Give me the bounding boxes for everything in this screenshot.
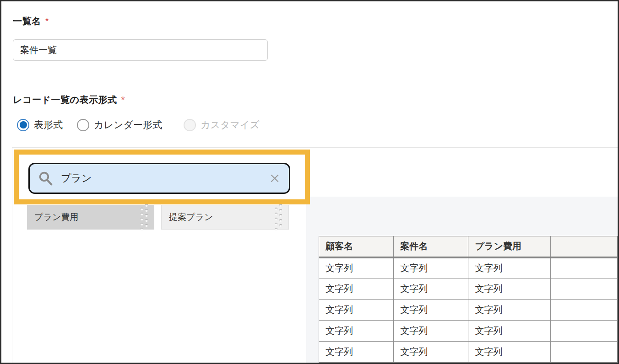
preview-table-body: 文字列文字列文字列文字列文字列文字列文字列文字列文字列文字列文字列文字列文字列文… [319,257,618,363]
section-top-border [12,147,618,148]
field-chip-plan-cost[interactable]: プラン費用 [27,205,154,230]
preview-table-header-row: 顧客名案件名プラン費用 [319,236,618,257]
list-settings-page: 一覧名* レコード一覧の表示形式* 表形式 カレンダー形式 カスタマイズ プラン [0,0,619,364]
column-header: 案件名 [394,236,468,257]
table-cell: 文字列 [319,321,394,342]
column-header: 顧客名 [319,236,394,257]
table-cell: 文字列 [394,257,468,278]
field-search-box[interactable]: プラン [28,163,290,194]
table-cell: 文字列 [468,257,550,278]
search-icon [38,171,54,186]
table-cell: 文字列 [394,342,468,363]
table-row: 文字列文字列文字列 [319,300,618,321]
required-asterisk: * [45,16,49,26]
column-header [550,236,617,257]
radio-customize-format: カスタマイズ [184,118,260,131]
table-cell [550,257,617,278]
table-cell: 文字列 [394,300,468,321]
radio-label: 表形式 [34,118,63,131]
table-cell: 文字列 [468,321,550,342]
section-left-border [12,147,12,363]
chip-label: プラン費用 [34,211,141,223]
search-input-value[interactable]: プラン [61,171,269,185]
radio-disabled-icon [184,119,196,131]
table-cell: 文字列 [319,342,394,363]
top-divider [15,2,618,2]
radio-calendar-format[interactable]: カレンダー形式 [77,118,162,131]
clear-search-icon[interactable] [269,172,281,184]
preview-table: 顧客名案件名プラン費用 文字列文字列文字列文字列文字列文字列文字列文字列文字列文… [319,236,618,363]
drag-handle-icon[interactable] [141,204,148,230]
required-asterisk: * [121,94,125,105]
table-cell [550,342,617,363]
table-cell [550,278,617,300]
table-row: 文字列文字列文字列 [319,342,618,363]
table-cell: 文字列 [394,278,468,300]
drag-handle-icon[interactable] [275,204,282,230]
display-format-radio-group: 表形式 カレンダー形式 カスタマイズ [17,118,260,132]
chip-label: 提案プラン [169,211,275,223]
column-header: プラン費用 [468,236,550,257]
list-name-input[interactable] [13,39,268,61]
table-cell: 文字列 [319,300,394,321]
radio-unselected-icon [77,119,89,131]
radio-selected-icon [17,119,29,131]
table-cell [550,321,617,342]
table-cell: 文字列 [394,321,468,342]
list-name-label: 一覧名* [13,15,49,27]
radio-label: カスタマイズ [201,118,260,131]
table-cell: 文字列 [468,278,550,300]
table-cell [550,300,617,321]
table-cell: 文字列 [319,257,394,278]
field-chip-proposal-plan[interactable]: 提案プラン [161,205,289,230]
table-cell: 文字列 [319,278,394,300]
table-cell: 文字列 [468,300,550,321]
radio-table-format[interactable]: 表形式 [17,118,63,131]
table-row: 文字列文字列文字列 [319,321,618,342]
table-row: 文字列文字列文字列 [319,257,618,278]
display-format-label: レコード一覧の表示形式* [13,94,125,106]
radio-label: カレンダー形式 [94,118,162,131]
table-cell: 文字列 [468,342,550,363]
table-row: 文字列文字列文字列 [319,278,618,300]
